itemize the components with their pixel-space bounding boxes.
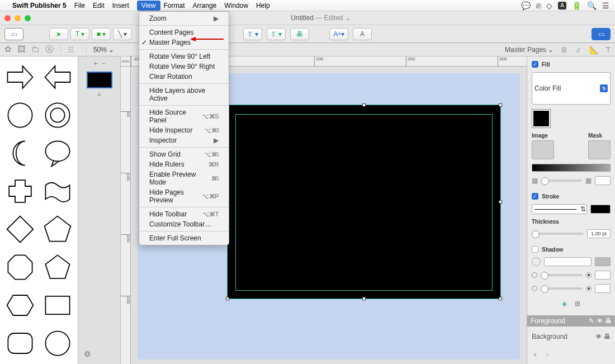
layers-icon[interactable]: ◈ — [562, 300, 567, 308]
mask-well[interactable] — [588, 140, 611, 159]
menu-insert[interactable]: Insert — [112, 2, 129, 10]
dd-show-grid[interactable]: Show Grid⌥⌘\ — [139, 149, 229, 159]
export-button[interactable]: ⇪ ▾ — [267, 28, 286, 40]
geometry-tab-icon[interactable]: 📐 — [589, 45, 599, 54]
shadow-checkbox[interactable] — [532, 246, 538, 253]
layout-icon[interactable]: ☷ — [68, 46, 74, 54]
shape-circle[interactable] — [3, 98, 37, 133]
shape-octagon[interactable] — [3, 250, 37, 285]
dd-zoom[interactable]: Zoom▶ — [139, 13, 229, 23]
inspector-toggle-button[interactable]: ▭ — [592, 28, 611, 40]
shape-wave[interactable] — [41, 174, 75, 209]
shape-diamond[interactable] — [3, 212, 37, 247]
remove-layer-button[interactable]: － — [544, 350, 551, 360]
shape-arrow-right[interactable] — [3, 60, 37, 94]
stroke-style[interactable]: ⇅ — [532, 204, 587, 214]
fill-checkbox[interactable]: ✓ — [532, 61, 538, 68]
spotlight-icon[interactable]: 🔍 — [587, 1, 597, 10]
shape-hexagon[interactable] — [3, 288, 37, 323]
shadow-r1b[interactable] — [586, 272, 592, 278]
fill-sw[interactable] — [595, 176, 611, 185]
shape-round-rect[interactable] — [3, 326, 37, 361]
dd-hide-inspector[interactable]: Hide Inspector⌥⌘I — [139, 125, 229, 135]
menu-format[interactable]: Format — [164, 2, 185, 10]
shadow-r1[interactable] — [532, 272, 537, 278]
menu-window[interactable]: Window — [224, 2, 248, 10]
shape-donut[interactable] — [41, 98, 75, 133]
dd-fullscreen[interactable]: Enter Full Screen — [139, 233, 229, 243]
dd-preview-mode[interactable]: Enable Preview Mode⌘\ — [139, 169, 229, 187]
shadow-col2[interactable] — [595, 257, 611, 266]
shape-speech[interactable] — [41, 136, 75, 171]
add-layer-button[interactable]: ＋ — [532, 350, 538, 360]
fill-type-select[interactable]: Color Fill⇅ — [532, 72, 611, 105]
dd-inspector[interactable]: Inspector▶ — [139, 135, 229, 145]
shadow-s2[interactable] — [541, 287, 583, 290]
text-tab-icon[interactable]: T — [605, 45, 611, 54]
menu-view[interactable]: View — [137, 1, 160, 11]
shadow-v1[interactable] — [595, 271, 611, 280]
textstyle-button[interactable]: A — [353, 28, 372, 40]
window-title[interactable]: Untitled — Edited ⌄ — [31, 14, 611, 22]
thickness-input[interactable]: 1.00 pt — [587, 229, 611, 238]
add-page-button[interactable]: ＋ — [92, 59, 99, 68]
shape-pentagon2[interactable] — [41, 250, 75, 285]
shadow-v2[interactable] — [595, 284, 611, 293]
dd-rotate-right[interactable]: Rotate View 90° Right — [139, 62, 229, 72]
align-tab-icon[interactable]: ⫽ — [575, 45, 583, 54]
share-button[interactable]: ⇪ ▾ — [243, 28, 262, 40]
menu-edit[interactable]: Edit — [93, 2, 105, 10]
sidebar-toggle-button[interactable]: ▭ — [4, 28, 23, 40]
shape-moon[interactable] — [3, 136, 37, 171]
dd-hide-source[interactable]: Hide Source Panel⌥⌘S — [139, 107, 229, 125]
siri-icon[interactable]: ☰ — [602, 1, 609, 10]
layer-bg[interactable]: Background👁 🖶 — [532, 331, 611, 342]
shape-cross[interactable] — [3, 174, 37, 209]
text-tool[interactable]: T ▾ — [70, 28, 89, 40]
gradient-bar[interactable] — [532, 164, 611, 172]
pointer-tool[interactable]: ➤ — [49, 28, 68, 40]
shadow-s1[interactable] — [541, 274, 583, 276]
page-thumb-a[interactable] — [87, 72, 112, 88]
grid-icon[interactable]: ⊞ — [575, 300, 580, 308]
dd-customize-toolbar[interactable]: Customize Toolbar… — [139, 219, 229, 229]
chat-icon[interactable]: 💬 — [521, 1, 531, 10]
dd-hide-rulers[interactable]: Hide Rulers⌘R — [139, 159, 229, 169]
dd-clear-rotation[interactable]: Clear Rotation — [139, 72, 229, 82]
shape-pentagon[interactable] — [41, 212, 75, 247]
clipart-icon[interactable]: ✿ — [4, 44, 12, 55]
shadow-r2[interactable] — [532, 286, 537, 291]
dd-hide-toolbar[interactable]: Hide Toolbar⌥⌘T — [139, 209, 229, 219]
angle-icon[interactable] — [532, 257, 541, 266]
selected-object[interactable] — [227, 105, 501, 299]
stroke-color[interactable] — [590, 205, 611, 214]
battery-icon[interactable]: 🔋 — [572, 1, 581, 10]
shape-rect[interactable] — [41, 288, 75, 323]
photo-icon[interactable]: 🖼 — [17, 44, 26, 55]
menu-help[interactable]: Help — [256, 2, 270, 10]
image-well[interactable] — [532, 140, 554, 159]
dd-rotate-left[interactable]: Rotate View 90° Left — [139, 51, 229, 62]
stroke-checkbox[interactable]: ✓ — [532, 193, 538, 200]
app-name[interactable]: Swift Publisher 5 — [12, 2, 67, 10]
shadow-col1[interactable] — [544, 257, 592, 266]
print-button[interactable]: 🖶 — [290, 28, 309, 40]
dd-hide-layers[interactable]: Hide Layers above Active — [139, 86, 229, 103]
wifi-icon[interactable]: ◇ — [546, 1, 552, 10]
thickness-slider[interactable] — [532, 233, 584, 235]
keyboard-icon[interactable]: A — [558, 2, 566, 10]
remove-page-button[interactable]: － — [100, 59, 107, 68]
font-icon[interactable]: Ⓐ — [45, 44, 54, 55]
fill-slider[interactable] — [541, 179, 582, 182]
line-tool[interactable]: ╲ ▾ — [113, 28, 132, 40]
shadow-r2b[interactable] — [586, 286, 592, 291]
fill-color-swatch[interactable] — [532, 109, 551, 128]
mode-select[interactable]: Master Pages ⌄ — [505, 46, 554, 54]
dd-hide-preview[interactable]: Hide Pages Preview⌥⌘P — [139, 187, 229, 205]
menu-file[interactable]: File — [74, 2, 85, 10]
doc-tab-icon[interactable]: 🗎 — [560, 45, 568, 54]
shape-tool[interactable]: ■ ▾ — [92, 28, 111, 40]
zoom-level[interactable]: 50% ⌄ — [86, 46, 114, 54]
menu-arrange[interactable]: Arrange — [193, 2, 217, 10]
font-button[interactable]: AA ▾ — [329, 28, 348, 40]
